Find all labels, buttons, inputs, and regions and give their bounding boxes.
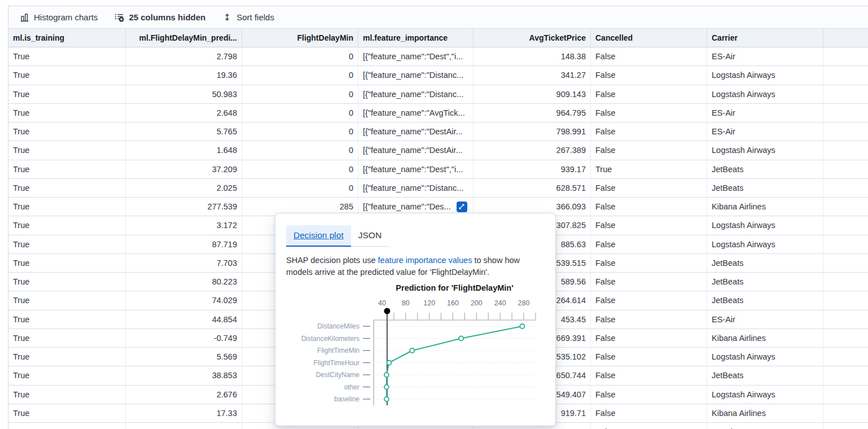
column-header-cancelled[interactable]: Cancelled [591,29,707,47]
cell-cancelled[interactable]: False [591,386,707,404]
cell-predicted[interactable]: 7.703 [126,254,242,273]
cell-actual[interactable]: 0 [242,141,358,160]
cell-carrier[interactable]: JetBeats [707,291,823,310]
cell-carrier[interactable]: Logstash Airways [707,348,823,366]
cell-carrier[interactable]: ES-Air [707,104,823,122]
cell-predicted[interactable]: 2.798 [126,47,242,66]
cell-cancelled[interactable]: False [591,85,707,104]
cell-carrier[interactable]: ES-Air [707,310,823,329]
cell-actual[interactable]: 0 [242,122,358,141]
cell-cancelled[interactable]: False [591,348,707,366]
cell-cancelled[interactable]: False [591,47,707,66]
cell-price[interactable]: 909.143 [474,85,591,104]
expand-cell-button[interactable] [457,202,467,212]
cell-actual[interactable]: 0 [242,179,358,198]
cell-cancelled[interactable]: False [591,122,707,141]
cell-carrier[interactable]: Logstash Airways [707,66,823,85]
feature-importance-link[interactable]: feature importance values [378,256,472,265]
cell-carrier[interactable]: JetBeats [707,179,823,198]
cell-cancelled[interactable]: False [591,198,707,216]
cell-cancelled[interactable]: False [591,141,707,160]
cell-predicted[interactable]: 19.36 [126,66,242,85]
cell-cancelled[interactable]: False [591,291,707,310]
cell-predicted[interactable]: 44.854 [126,310,242,329]
cell-price[interactable]: 628.571 [474,179,591,198]
column-header-ml-is-training[interactable]: ml.is_training [8,29,126,47]
cell-training[interactable]: True [8,179,126,198]
cell-carrier[interactable]: Logstash Airways [707,216,823,235]
cell-carrier[interactable]: Kibana Airlines [707,404,823,423]
cell-training[interactable]: True [8,273,126,291]
cell-training[interactable]: True [8,122,126,141]
cell-actual[interactable]: 0 [242,104,358,122]
cell-predicted[interactable]: 2.648 [126,104,242,122]
cell-cancelled[interactable]: False [591,366,707,385]
cell-actual[interactable]: 0 [242,160,358,179]
column-header-avgticketprice[interactable]: AvgTicketPrice [474,29,591,47]
sort-fields-button[interactable]: Sort fields [222,12,274,22]
cell-training[interactable]: True [8,404,126,423]
cell-importance[interactable]: [{"feature_name":"AvgTick... [358,104,474,122]
cell-carrier[interactable]: Logstash Airways [707,386,823,404]
cell-cancelled[interactable]: True [591,160,707,179]
cell-carrier[interactable]: JetBeats [707,273,823,291]
cell-importance[interactable]: [{"feature_name":"Distanc... [358,66,474,85]
cell-carrier[interactable]: Kibana Airlines [707,198,823,216]
histogram-charts-button[interactable]: Histogram charts [20,12,98,22]
cell-training[interactable]: True [8,216,126,235]
cell-actual[interactable]: 0 [242,47,358,66]
cell-importance[interactable]: [{"feature_name":"Distanc... [358,85,474,104]
cell-carrier[interactable]: ES-Air [707,47,823,66]
cell-actual[interactable]: 0 [242,66,358,85]
cell-training[interactable]: True [8,423,126,429]
column-header-carrier[interactable]: Carrier [707,29,823,47]
cell-price[interactable]: 341.27 [474,66,591,85]
cell-actual[interactable]: 0 [242,85,358,104]
cell-carrier[interactable]: Logstash Airways [707,85,823,104]
cell-predicted[interactable]: 5.569 [126,348,242,366]
cell-predicted[interactable]: 3.172 [126,216,242,235]
tab-decision-plot[interactable]: Decision plot [286,225,351,247]
tab-json[interactable]: JSON [351,225,389,246]
cell-cancelled[interactable]: False [591,216,707,235]
cell-training[interactable]: True [8,366,126,385]
cell-training[interactable]: True [8,160,126,179]
cell-carrier[interactable]: JetBeats [707,254,823,273]
cell-training[interactable]: True [8,66,126,85]
cell-training[interactable]: True [8,348,126,366]
cell-cancelled[interactable]: False [591,235,707,254]
cell-carrier[interactable]: Kibana Airlines [707,329,823,348]
cell-predicted[interactable]: 2.025 [126,179,242,198]
cell-training[interactable]: True [8,198,126,216]
cell-price[interactable]: 267.389 [474,141,591,160]
cell-cancelled[interactable]: False [591,404,707,423]
cell-cancelled[interactable]: False [591,329,707,348]
cell-predicted[interactable]: 80.223 [126,273,242,291]
cell-predicted[interactable]: 37.209 [126,160,242,179]
cell-cancelled[interactable]: False [591,310,707,329]
cell-cancelled[interactable]: False [591,423,707,429]
cell-carrier[interactable]: ES-Air [707,122,823,141]
cell-price[interactable]: 964.795 [474,104,591,122]
cell-training[interactable]: True [8,291,126,310]
cell-predicted[interactable]: 38.853 [126,366,242,385]
cell-training[interactable]: True [8,310,126,329]
cell-training[interactable]: True [8,141,126,160]
column-header-ml-flightdelaymin-predi[interactable]: ml.FlightDelayMin_predi... [126,29,242,47]
cell-cancelled[interactable]: False [591,273,707,291]
cell-predicted[interactable]: 277.539 [126,198,242,216]
cell-training[interactable]: True [8,47,126,66]
cell-importance[interactable]: [{"feature_name":"Distanc... [358,179,474,198]
cell-carrier[interactable]: JetBeats [707,366,823,385]
cell-predicted[interactable]: 5.765 [126,122,242,141]
cell-cancelled[interactable]: False [591,254,707,273]
cell-training[interactable]: True [8,254,126,273]
cell-carrier[interactable]: Logstash Airways [707,141,823,160]
cell-predicted[interactable]: 2.676 [126,386,242,404]
column-header-ml-feature-importance[interactable]: ml.feature_importance [358,29,474,47]
cell-importance[interactable]: [{"feature_name":"Dest","i... [358,47,474,66]
cell-predicted[interactable]: 50.983 [126,85,242,104]
cell-training[interactable]: True [8,104,126,122]
cell-importance[interactable]: [{"feature_name":"Dest","i... [358,160,474,179]
cell-carrier[interactable]: JetBeats [707,160,823,179]
